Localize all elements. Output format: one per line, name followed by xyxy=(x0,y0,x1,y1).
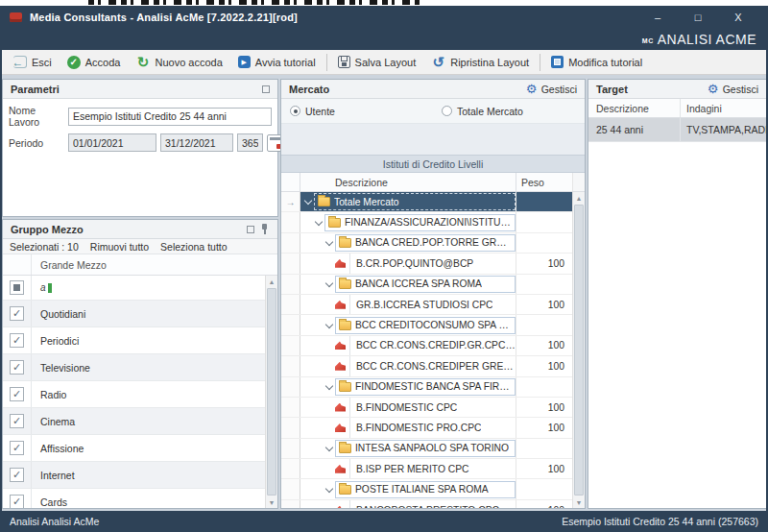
checkbox[interactable] xyxy=(10,387,24,401)
chevron-down-icon[interactable] xyxy=(324,279,333,288)
toolbar-button[interactable]: Accoda xyxy=(60,54,129,71)
gruppo-mezzo-label: Periodici xyxy=(32,327,265,353)
tree-row[interactable]: BCC CREDITOCONSUMO SPA ROMA xyxy=(281,315,572,335)
parametri-panel: Parametri Nome Lavoro Periodo xyxy=(2,79,278,217)
toolbar-button[interactable]: Avvia tutorial xyxy=(230,54,324,70)
clipped-text-artifact xyxy=(88,0,420,5)
toolbar-button-label: Ripristina Layout xyxy=(450,57,529,68)
radio-totale-mercato[interactable] xyxy=(442,106,452,116)
pin-icon[interactable] xyxy=(260,223,270,235)
toolbar-button[interactable]: Nuovo accoda xyxy=(128,53,229,71)
peso-column-header[interactable]: Peso xyxy=(516,173,572,191)
toolbar-button[interactable]: Salva Layout xyxy=(330,54,424,70)
peso-value: 100 xyxy=(516,418,572,437)
app-window: Media Consultants - Analisi AcMe [7.2022… xyxy=(0,0,768,532)
periodo-days-input[interactable] xyxy=(237,133,263,152)
checkbox[interactable] xyxy=(10,360,24,375)
remove-all-button[interactable]: Rimuovi tutto xyxy=(90,241,149,253)
mercato-gestisci-button[interactable]: Gestisci xyxy=(525,83,577,96)
tree-row[interactable]: BCC CR.CONS.CREDIPER GREEN CPC 100 xyxy=(281,356,572,376)
checkbox[interactable] xyxy=(10,441,24,455)
periodo-from-input[interactable] xyxy=(68,133,156,152)
tree-row[interactable]: BANCOPOSTA PRESTITO CPC 100 xyxy=(281,500,572,508)
scroll-up-icon[interactable]: ▲ xyxy=(573,192,585,204)
minimize-button[interactable]: – xyxy=(637,12,678,23)
tree-row[interactable]: Totale Mercato xyxy=(281,192,572,212)
tree-row[interactable]: GR.B.ICCREA STUDIOSI CPC 100 xyxy=(281,295,572,315)
checkbox[interactable] xyxy=(10,414,24,428)
tree-row[interactable]: BANCA CRED.POP.TORRE GRECO NA xyxy=(281,233,572,254)
tree-node-label: FINDOMESTIC BANCA SPA FIRENZE xyxy=(355,381,512,392)
tree-row[interactable]: POSTE ITALIANE SPA ROMA xyxy=(281,479,572,499)
scrollbar[interactable]: ▲ ▼ xyxy=(572,192,585,508)
scroll-down-icon[interactable]: ▼ xyxy=(266,496,277,508)
indeterminate-checkbox[interactable] xyxy=(10,280,24,295)
toolbar-button[interactable]: Ripristina Layout xyxy=(423,53,537,71)
folder-icon xyxy=(318,197,330,206)
periodo-to-input[interactable] xyxy=(160,133,233,152)
checkbox[interactable] xyxy=(10,333,24,348)
descrizione-column-header[interactable]: Descrizione xyxy=(588,99,681,117)
nome-lavoro-input[interactable] xyxy=(68,108,272,126)
gruppo-mezzo-row[interactable]: Internet xyxy=(3,462,265,489)
maximize-icon[interactable] xyxy=(262,85,270,93)
gruppo-mezzo-row[interactable]: Cinema xyxy=(3,408,265,435)
select-all-button[interactable]: Seleziona tutto xyxy=(160,241,227,253)
chevron-down-icon[interactable] xyxy=(303,198,312,206)
peso-value xyxy=(516,192,572,211)
chevron-down-icon[interactable] xyxy=(324,321,333,329)
scroll-thumb[interactable] xyxy=(267,288,276,496)
tree-node-label: BCC CREDITOCONSUMO SPA ROMA xyxy=(355,320,512,330)
tree-row[interactable]: B.FINDOMESTIC CPC 100 xyxy=(281,398,572,418)
gruppo-mezzo-row[interactable]: Affissione xyxy=(3,435,265,462)
maximize-button[interactable]: □ xyxy=(678,12,718,23)
target-row[interactable]: 25 44 anni TV,STAMPA,RADIO xyxy=(588,118,766,142)
peso-value: 100 xyxy=(516,295,572,314)
scrollbar[interactable]: ▲ ▼ xyxy=(265,276,277,508)
radio-utente-option[interactable]: Utente xyxy=(281,106,433,117)
folder-icon xyxy=(339,382,351,392)
chevron-down-icon[interactable] xyxy=(314,218,323,227)
checkbox[interactable] xyxy=(10,468,24,482)
toolbar-button-icon xyxy=(135,55,150,69)
scroll-up-icon[interactable]: ▲ xyxy=(266,276,277,287)
peso-value xyxy=(516,315,572,334)
toolbar-button[interactable]: Esci xyxy=(6,54,60,70)
target-gestisci-button[interactable]: Gestisci xyxy=(707,83,758,96)
tree-row[interactable]: BANCA ICCREA SPA ROMA xyxy=(281,275,572,295)
tree-node-label: BCC CR.CONS.CREDIP.GR.CPC I.U. xyxy=(356,340,516,351)
chevron-down-icon[interactable] xyxy=(324,485,333,494)
chevron-down-icon[interactable] xyxy=(324,382,333,391)
gruppo-mezzo-row[interactable]: Cards xyxy=(3,489,265,508)
tree-row[interactable]: FINANZA/ASSICURAZIONI\ISTITUTI DI CREDIT… xyxy=(281,212,572,232)
checkbox[interactable] xyxy=(10,306,24,321)
checkbox[interactable] xyxy=(10,495,24,508)
scroll-down-icon[interactable]: ▼ xyxy=(573,496,585,508)
tree-row[interactable]: B.FINDOMESTIC PRO.CPC 100 xyxy=(281,418,572,438)
tree-node-label: GR.B.ICCREA STUDIOSI CPC xyxy=(356,300,492,310)
radio-totale-option[interactable]: Totale Mercato xyxy=(433,106,585,117)
tree-row[interactable]: FINDOMESTIC BANCA SPA FIRENZE xyxy=(281,377,572,398)
row-indicator xyxy=(281,500,300,508)
descrizione-column-header[interactable]: Descrizione xyxy=(300,173,516,191)
filter-row[interactable] xyxy=(3,276,265,301)
tree-row[interactable]: B.CR.POP.QUINTO@BCP 100 xyxy=(281,254,572,274)
close-button[interactable]: X xyxy=(718,12,758,23)
tree-row[interactable]: BCC CR.CONS.CREDIP.GR.CPC I.U. 100 xyxy=(281,336,572,356)
chevron-down-icon[interactable] xyxy=(324,444,333,452)
scroll-thumb[interactable] xyxy=(574,205,584,496)
row-indicator xyxy=(281,356,300,375)
folder-icon xyxy=(339,444,351,453)
gruppo-mezzo-row[interactable]: Televisione xyxy=(3,354,265,381)
radio-utente[interactable] xyxy=(290,106,300,116)
gruppo-mezzo-row[interactable]: Periodici xyxy=(3,327,265,354)
chevron-down-icon[interactable] xyxy=(324,238,333,247)
tree-row[interactable]: INTESA SANPAOLO SPA TORINO xyxy=(281,439,572,459)
tree-row[interactable]: B.ISP PER MERITO CPC 100 xyxy=(281,459,572,479)
toolbar-button[interactable]: Modifica tutorial xyxy=(543,54,650,70)
maximize-icon[interactable] xyxy=(247,226,254,233)
gruppo-mezzo-row[interactable]: Radio xyxy=(3,381,265,408)
gruppo-mezzo-row[interactable]: Quotidiani xyxy=(3,301,265,327)
indagini-column-header[interactable]: Indagini xyxy=(681,99,766,117)
folder-icon xyxy=(339,238,351,248)
